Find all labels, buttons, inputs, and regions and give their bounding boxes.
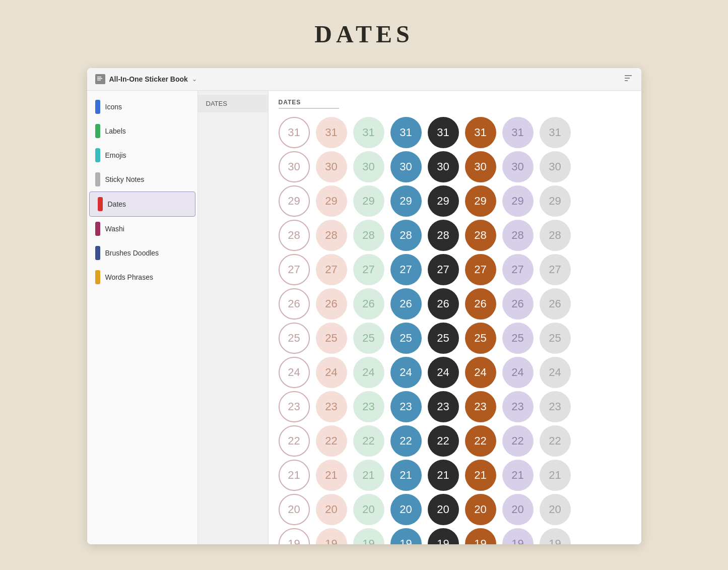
date-circle: 21 <box>316 460 347 491</box>
date-circle: 29 <box>540 185 571 217</box>
date-circle: 28 <box>390 220 422 251</box>
sidebar-label-brushes-doodles: Brushes Doodles <box>105 249 159 257</box>
date-circle: 22 <box>390 425 422 457</box>
date-circle: 23 <box>540 391 571 422</box>
date-circle: 30 <box>428 151 459 182</box>
sidebar-label-words-phrases: Words Phrases <box>105 273 153 281</box>
date-circle: 19 <box>279 528 310 544</box>
date-circle: 22 <box>353 425 384 457</box>
sidebar-item-dates[interactable]: Dates <box>89 192 195 217</box>
title-bar-left: All-In-One Sticker Book ⌄ <box>95 74 197 84</box>
date-circle: 21 <box>465 460 496 491</box>
dropdown-arrow-icon[interactable]: ⌄ <box>192 76 197 83</box>
date-circle: 26 <box>502 288 534 320</box>
sub-item-dates[interactable]: DATES <box>198 95 268 112</box>
sidebar: Icons Labels Emojis Sticky Notes Dates W… <box>87 91 198 544</box>
date-circle: 25 <box>540 323 571 354</box>
sidebar-label-dates: Dates <box>108 200 126 208</box>
date-circle: 28 <box>279 220 310 251</box>
section-title: DATES <box>279 99 339 109</box>
date-circle: 20 <box>390 494 422 525</box>
svg-rect-3 <box>97 80 101 81</box>
washi-color <box>95 222 100 236</box>
labels-color <box>95 124 100 138</box>
sidebar-item-sticky-notes[interactable]: Sticky Notes <box>87 167 197 192</box>
date-circle: 22 <box>465 425 496 457</box>
sidebar-item-labels[interactable]: Labels <box>87 119 197 143</box>
title-bar-title: All-In-One Sticker Book <box>109 75 188 83</box>
date-circle: 29 <box>428 185 459 217</box>
date-circle: 23 <box>502 391 534 422</box>
app-window: All-In-One Sticker Book ⌄ Icons Labels E… <box>87 68 641 544</box>
date-circle: 21 <box>428 460 459 491</box>
date-circle: 30 <box>390 151 422 182</box>
date-circle: 19 <box>316 528 347 544</box>
sidebar-label-emojis: Emojis <box>105 151 126 159</box>
date-circle: 27 <box>316 254 347 285</box>
date-circle: 21 <box>353 460 384 491</box>
dates-grid: 3131313131313131303030303030303029292929… <box>279 117 631 544</box>
date-circle: 27 <box>540 254 571 285</box>
date-circle: 22 <box>316 425 347 457</box>
date-circle: 24 <box>465 357 496 388</box>
date-circle: 31 <box>279 117 310 148</box>
title-bar: All-In-One Sticker Book ⌄ <box>87 68 641 91</box>
date-circle: 25 <box>316 323 347 354</box>
sidebar-item-brushes-doodles[interactable]: Brushes Doodles <box>87 241 197 265</box>
date-circle: 29 <box>465 185 496 217</box>
page-title: DATES <box>314 20 414 48</box>
date-circle: 24 <box>428 357 459 388</box>
date-circle: 29 <box>502 185 534 217</box>
date-circle: 26 <box>465 288 496 320</box>
date-circle: 27 <box>465 254 496 285</box>
brushes-color <box>95 246 100 260</box>
date-circle: 19 <box>502 528 534 544</box>
date-circle: 23 <box>390 391 422 422</box>
svg-rect-1 <box>97 77 101 78</box>
sort-icon[interactable] <box>623 73 633 85</box>
date-circle: 25 <box>279 323 310 354</box>
date-circle: 19 <box>390 528 422 544</box>
date-circle: 31 <box>502 117 534 148</box>
date-circle: 26 <box>428 288 459 320</box>
sidebar-item-words-phrases[interactable]: Words Phrases <box>87 265 197 289</box>
date-circle: 31 <box>465 117 496 148</box>
date-circle: 19 <box>465 528 496 544</box>
date-circle: 25 <box>502 323 534 354</box>
date-circle: 31 <box>316 117 347 148</box>
date-circle: 26 <box>540 288 571 320</box>
date-circle: 24 <box>502 357 534 388</box>
sidebar-item-emojis[interactable]: Emojis <box>87 143 197 167</box>
main-content: DATES 3131313131313131303030303030303029… <box>269 91 641 544</box>
date-circle: 21 <box>279 460 310 491</box>
emojis-color <box>95 148 100 162</box>
sidebar-item-icons[interactable]: Icons <box>87 95 197 119</box>
date-circle: 25 <box>428 323 459 354</box>
date-circle: 25 <box>390 323 422 354</box>
date-circle: 22 <box>428 425 459 457</box>
date-circle: 25 <box>353 323 384 354</box>
date-circle: 28 <box>316 220 347 251</box>
svg-rect-2 <box>97 78 102 79</box>
date-circle: 29 <box>279 185 310 217</box>
date-circle: 24 <box>279 357 310 388</box>
date-circle: 19 <box>353 528 384 544</box>
date-circle: 24 <box>316 357 347 388</box>
date-circle: 21 <box>390 460 422 491</box>
sidebar-label-washi: Washi <box>105 225 124 233</box>
date-circle: 19 <box>540 528 571 544</box>
date-circle: 20 <box>316 494 347 525</box>
words-color <box>95 270 100 284</box>
date-circle: 27 <box>353 254 384 285</box>
date-circle: 27 <box>428 254 459 285</box>
date-circle: 19 <box>428 528 459 544</box>
date-circle: 29 <box>390 185 422 217</box>
book-icon <box>95 74 105 84</box>
date-circle: 28 <box>465 220 496 251</box>
date-circle: 20 <box>353 494 384 525</box>
date-circle: 23 <box>465 391 496 422</box>
date-circle: 20 <box>540 494 571 525</box>
sidebar-item-washi[interactable]: Washi <box>87 217 197 241</box>
icons-color <box>95 100 100 114</box>
sticky-notes-color <box>95 172 100 186</box>
